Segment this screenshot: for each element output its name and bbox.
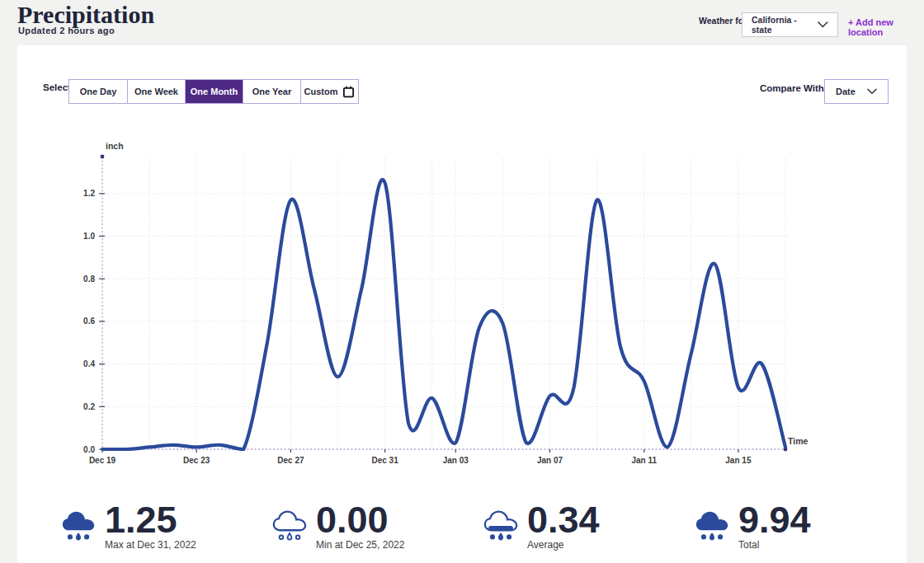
- svg-text:Jan 07: Jan 07: [537, 456, 563, 465]
- svg-text:0.4: 0.4: [83, 359, 95, 368]
- period-tabs: One Day One Week One Month One Year Cust…: [68, 79, 359, 104]
- location-dropdown[interactable]: California - state: [742, 12, 838, 37]
- svg-text:0.8: 0.8: [83, 274, 95, 284]
- compare-date-value: Date: [836, 87, 856, 96]
- rain-cloud-outline-icon: [271, 507, 309, 543]
- svg-text:Jan 03: Jan 03: [443, 456, 469, 465]
- svg-text:Time: Time: [788, 436, 808, 446]
- stat-average-label: Average: [527, 539, 600, 551]
- svg-text:0.2: 0.2: [83, 402, 95, 411]
- stat-min-label: Min at Dec 25, 2022: [316, 539, 404, 551]
- stat-max-value: 1.25: [105, 504, 196, 537]
- rain-cloud-filled-icon: [693, 507, 731, 543]
- location-dropdown-value: California - state: [752, 15, 818, 35]
- weather-app: Precipitation Updated 2 hours ago Weathe…: [0, 0, 924, 563]
- svg-text:1.2: 1.2: [83, 189, 95, 198]
- svg-text:1.0: 1.0: [83, 232, 95, 241]
- tab-one-month[interactable]: One Month: [185, 80, 243, 103]
- precipitation-line-chart: inchTime0.00.20.40.60.81.01.2Dec 19Dec 2…: [66, 136, 891, 482]
- svg-text:Dec 23: Dec 23: [183, 456, 210, 465]
- svg-text:0.6: 0.6: [83, 317, 95, 326]
- updated-timestamp: Updated 2 hours ago: [18, 26, 115, 35]
- stat-average-value: 0.34: [527, 504, 600, 537]
- chevron-down-icon: [818, 21, 828, 28]
- svg-text:0.0: 0.0: [83, 445, 95, 454]
- stat-max: 1.25 Max at Dec 31, 2022: [59, 504, 196, 551]
- rain-cloud-filled-icon: [59, 507, 97, 543]
- tab-one-year[interactable]: One Year: [243, 80, 300, 103]
- svg-text:Dec 27: Dec 27: [277, 456, 304, 465]
- add-new-location-link[interactable]: + Add new location: [848, 17, 924, 37]
- stat-min: 0.00 Min at Dec 25, 2022: [271, 504, 404, 551]
- chevron-down-icon: [867, 88, 877, 95]
- select-label: Select: [43, 82, 71, 92]
- tab-one-week[interactable]: One Week: [127, 80, 185, 103]
- compare-date-dropdown[interactable]: Date: [824, 79, 889, 104]
- stat-total-label: Total: [738, 539, 811, 551]
- svg-text:inch: inch: [106, 141, 124, 151]
- tab-custom[interactable]: Custom: [300, 80, 358, 103]
- stat-total-value: 9.94: [738, 504, 811, 537]
- svg-text:Jan 11: Jan 11: [631, 456, 657, 465]
- calendar-icon: [342, 86, 355, 98]
- stat-average: 0.34 Average: [482, 504, 600, 551]
- stat-max-label: Max at Dec 31, 2022: [105, 539, 196, 551]
- rain-cloud-half-icon: [482, 507, 520, 543]
- tab-one-day[interactable]: One Day: [69, 80, 127, 103]
- svg-text:Dec 31: Dec 31: [371, 456, 398, 465]
- stat-min-value: 0.00: [316, 504, 404, 537]
- chart-canvas: inchTime0.00.20.40.60.81.01.2Dec 19Dec 2…: [66, 136, 891, 482]
- compare-with-label: Compare With:: [760, 83, 827, 93]
- svg-text:Jan 15: Jan 15: [725, 456, 752, 465]
- svg-text:Dec 19: Dec 19: [89, 456, 116, 465]
- stat-total: 9.94 Total: [693, 504, 811, 551]
- page-title: Precipitation: [17, 1, 154, 29]
